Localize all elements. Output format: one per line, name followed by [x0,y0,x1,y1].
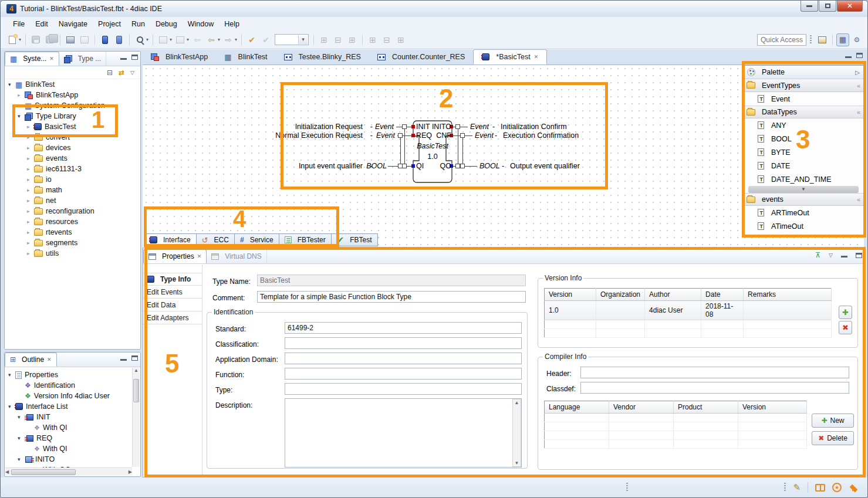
clean-device-button[interactable] [78,33,91,46]
cell-version[interactable]: 1.0 [545,301,596,320]
empty-row[interactable] [545,422,807,431]
empty-row[interactable] [545,440,807,449]
maximize-view-icon[interactable] [856,253,862,258]
tab-outline[interactable]: ⊞ Outline ✕ [5,353,57,367]
expand-arrow-icon[interactable] [18,435,25,441]
expand-arrow-icon[interactable] [18,92,25,98]
outline-item-req[interactable]: REQ [5,433,140,443]
link-with-editor-icon[interactable]: ⇄ [119,69,124,77]
new-wizard-button[interactable] [6,33,19,46]
tree-item-resources[interactable]: resources [5,216,140,227]
standard-input[interactable] [285,322,522,334]
tree-item-type-library[interactable]: Type Library [5,111,140,121]
palette-item-any[interactable]: ANY [744,118,863,132]
minimize-editor-icon[interactable] [845,56,852,58]
input-type-qi[interactable]: BOOL [366,162,387,170]
fb-version[interactable]: 1.0 [413,153,452,161]
save-button[interactable] [29,33,42,46]
menu-window[interactable]: Window [183,18,219,30]
palette-item-date-and-time[interactable]: DATE_AND_TIME [744,172,863,186]
output-comment-inito[interactable]: Initialization Confirm [501,123,567,131]
output-comment-qo[interactable]: Output event qualifier [510,162,580,170]
palette-item-bool[interactable]: BOOL [744,132,863,145]
minimize-view-icon[interactable] [120,58,127,60]
layout-align-3-icon[interactable]: ⊞ [346,33,359,46]
tree-item-blinktest[interactable]: BlinkTest [5,79,140,90]
expand-arrow-icon[interactable] [27,250,34,256]
tutorial-book-icon[interactable] [815,484,825,492]
expand-arrow-icon[interactable] [27,198,34,204]
pin-init[interactable]: INIT [416,123,430,131]
pin-cnf[interactable]: CNF [436,131,451,140]
pin-req[interactable]: REQ [416,131,432,140]
editor-tab-blinktest[interactable]: BlinkTest [216,49,275,65]
tree-item-segments[interactable]: segments [5,238,140,248]
input-type-req[interactable]: Event [376,131,395,140]
expand-arrow-icon[interactable] [27,166,34,172]
back-dropdown-icon[interactable]: ▾ [218,37,220,42]
edit-status-icon[interactable]: ✎ [793,482,801,493]
tab-service[interactable]: Service [234,233,279,246]
tree-item-math[interactable]: math [5,185,140,195]
tree-item-utils[interactable]: utils [5,248,140,259]
tab-type-navigator[interactable]: Type ... [59,52,106,66]
empty-row[interactable] [545,414,807,422]
expand-arrow-icon[interactable] [18,113,25,119]
layout-align-2-icon[interactable]: ⊟ [332,33,345,46]
status-grip[interactable] [784,483,786,492]
editor-tab-basictest[interactable]: *BasicTest✕ [473,49,547,65]
palette-section-datatypes[interactable]: DataTypes « [744,106,863,118]
editor-tab-blinktestapp[interactable]: BlinkTestApp [143,49,216,65]
outline-horizontal-scrollbar[interactable]: ◀▶ [5,467,132,476]
expand-arrow-icon[interactable] [27,187,34,193]
input-type-init[interactable]: Event [375,123,394,131]
header-input[interactable] [580,367,849,378]
minimize-view-icon[interactable] [120,359,127,361]
monitor-system-button[interactable] [99,33,112,46]
tree-item-devices[interactable]: devices [5,143,140,153]
layout-align-1-icon[interactable]: ⊞ [318,33,330,46]
expand-arrow-icon[interactable] [18,456,25,462]
outline-item-with-qi[interactable]: With QI [5,422,140,433]
system-perspective-button[interactable] [836,33,849,46]
outline-item-inito[interactable]: INITO [5,454,140,465]
tutorials-cap-icon[interactable] [849,484,859,491]
tree-item-blinktestapp[interactable]: BlinkTestApp [5,90,140,100]
cell-organization[interactable] [596,301,645,320]
input-comment-req[interactable]: Normal Execution Request [275,131,363,140]
monitor-watch-button[interactable] [113,33,126,46]
maximize-editor-icon[interactable] [856,53,863,58]
side-tab-edit-data[interactable]: Edit Data [143,299,202,311]
whats-new-icon[interactable]: ★ [832,483,842,492]
empty-row[interactable] [545,329,832,338]
title-bar[interactable]: 4 Tutorial - BlinkTest/BasicTest.fbt - 4… [1,1,867,17]
version-table-row[interactable]: 1.0 4diac User 2018-11-08 [545,301,832,320]
side-tab-edit-events[interactable]: Edit Events [143,286,202,299]
collapse-all-icon[interactable]: ⊟ [107,69,113,77]
type-name-input[interactable] [257,275,526,286]
palette-item-date[interactable]: DATE [744,159,863,172]
menu-debug[interactable]: Debug [150,18,183,30]
input-comment-init[interactable]: Initialization Request [295,123,363,131]
menu-help[interactable]: Help [219,18,245,30]
cell-date[interactable]: 2018-11-08 [701,301,744,320]
layout-distribute-1-icon[interactable]: ⊞ [366,33,379,46]
palette-header[interactable]: Palette ▷ [744,66,863,79]
open-perspective-button[interactable] [816,33,829,46]
tab-properties[interactable]: Properties ✕ [143,249,207,263]
expand-arrow-icon[interactable] [27,177,34,182]
comment-input[interactable] [257,291,526,303]
close-button[interactable]: ✕ [837,1,863,12]
restore-button[interactable] [819,1,836,12]
cell-remarks[interactable] [744,301,832,320]
debug-config-button[interactable] [174,33,187,46]
pin-inito[interactable]: INITO [432,123,451,131]
pin-qi[interactable]: QI [416,162,424,170]
new-compiler-button[interactable]: ✚New [812,414,854,428]
editor-tab-testee-blinky-res[interactable]: Testee.Blinky_RES [276,49,369,65]
layout-distribute-2-icon[interactable]: ⊟ [380,33,393,46]
tree-item-net[interactable]: net [5,195,140,206]
expand-arrow-icon[interactable] [27,229,34,235]
layout-distribute-3-icon[interactable]: ⊞ [394,33,407,46]
forward-button[interactable]: ⇨ [222,33,235,46]
